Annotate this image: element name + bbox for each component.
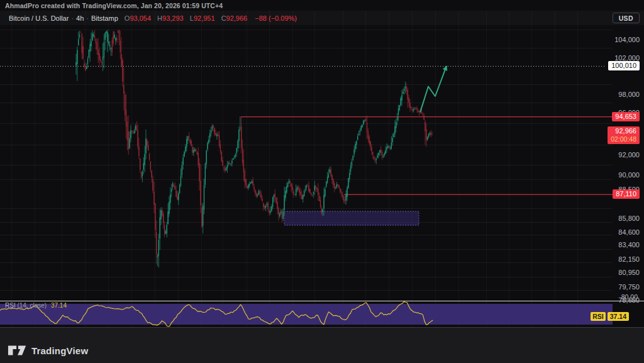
price-label-support: 87,110: [613, 189, 640, 199]
symbol-title[interactable]: Bitcoin / U.S. Dollar: [9, 14, 69, 22]
current-price-label: 92,966 02:00:48: [608, 126, 640, 144]
brand-name: TradingView: [31, 345, 88, 356]
watermark: AhmadPro created with TradingView.com, J…: [5, 2, 223, 9]
close-value: 92,966: [226, 14, 248, 22]
currency-toggle-button[interactable]: USD: [613, 13, 640, 23]
rsi-badge-label: RSI: [591, 312, 606, 321]
tradingview-logo[interactable]: TradingView: [8, 345, 88, 356]
symbol-legend[interactable]: Bitcoin / U.S. Dollar·4h·Bitstamp O93,05…: [9, 14, 297, 22]
tradingview-logo-icon: [8, 345, 28, 356]
interval-label[interactable]: 4h: [76, 14, 84, 22]
rsi-axis-label: 80.00: [621, 293, 638, 301]
price-tick: 92,000: [618, 151, 640, 159]
price-tick: 98,000: [618, 91, 640, 98]
price-label-resistance: 94,653: [612, 112, 640, 121]
rsi-badge-value: 37.14: [608, 312, 629, 321]
low-value: 92,951: [194, 14, 215, 22]
legend-separator: ·: [86, 14, 89, 22]
rsi-legend-value: 37.14: [51, 302, 67, 309]
last-price: 92,966: [611, 127, 636, 135]
price-tick: 104,000: [614, 36, 640, 43]
rsi-legend[interactable]: RSI (14, close) 37.14: [5, 302, 67, 309]
bar-countdown: 02:00:48: [611, 135, 636, 143]
open-value: 93,054: [130, 14, 151, 22]
price-tick: 102,000: [614, 54, 640, 62]
price-tick: 82,150: [618, 255, 640, 263]
price-tick: 79,750: [618, 283, 640, 291]
price-tick: 90,000: [618, 171, 640, 179]
price-tick: 85,800: [618, 215, 640, 222]
price-tick: 84,600: [618, 228, 640, 236]
rsi-params: (14, close): [17, 302, 47, 309]
high-label: H: [157, 14, 162, 22]
price-tick: 83,400: [618, 241, 640, 249]
exchange-label[interactable]: Bitstamp: [91, 14, 118, 22]
price-label-target: 100,010: [608, 61, 640, 70]
high-value: 93,293: [162, 14, 184, 22]
rsi-title: RSI: [5, 302, 16, 309]
price-tick: 80,950: [618, 269, 640, 276]
close-label: C: [221, 14, 226, 22]
legend-separator: ·: [71, 14, 74, 22]
main-chart[interactable]: [0, 0, 644, 363]
change-value: −88 (−0.09%): [255, 14, 297, 22]
pane-separator[interactable]: [0, 301, 644, 301]
rsi-value-badges: RSI37.14: [591, 313, 629, 320]
